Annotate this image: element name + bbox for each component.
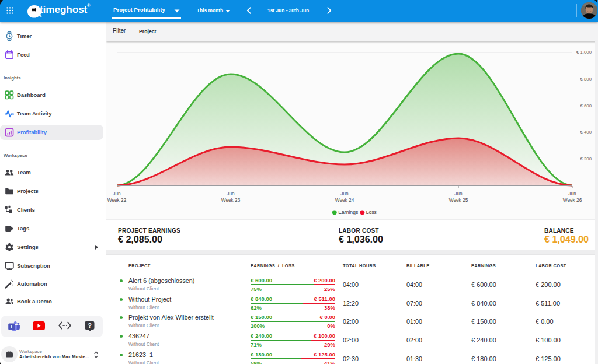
svg-text:Jun: Jun — [454, 191, 463, 197]
svg-text:Jun: Jun — [227, 191, 235, 197]
svg-text:Week 25: Week 25 — [449, 197, 468, 203]
svg-text:Jun: Jun — [340, 191, 349, 197]
svg-text:Week 24: Week 24 — [335, 197, 354, 203]
svg-text:€ 800: € 800 — [580, 76, 592, 82]
svg-text:Jun: Jun — [568, 191, 576, 197]
svg-text:T: T — [10, 324, 13, 330]
svg-text:Loss: Loss — [366, 209, 377, 215]
svg-text:€ 400: € 400 — [580, 130, 592, 135]
svg-text:Week 23: Week 23 — [221, 197, 241, 203]
svg-text:€ 200: € 200 — [580, 156, 592, 162]
svg-text:Jun: Jun — [113, 191, 121, 197]
svg-text:Earnings: Earnings — [338, 209, 358, 215]
svg-text:€ 1,000: € 1,000 — [576, 50, 592, 55]
svg-text:Week 22: Week 22 — [107, 197, 127, 203]
svg-text:?: ? — [88, 322, 92, 329]
svg-text:€ 600: € 600 — [580, 103, 592, 108]
svg-text:Week 26: Week 26 — [563, 197, 582, 203]
